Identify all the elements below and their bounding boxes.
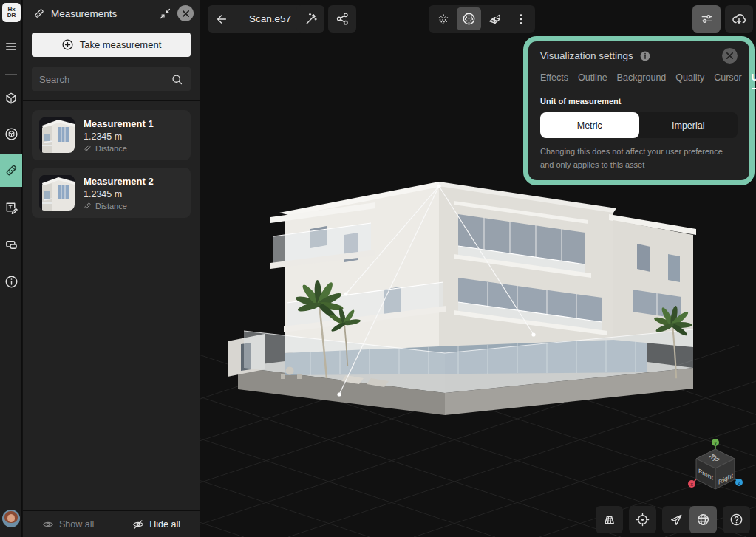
help-icon (729, 513, 743, 527)
tab-outline[interactable]: Outline (578, 72, 607, 89)
search-icon[interactable] (171, 73, 183, 86)
bottom-toolbar (596, 506, 750, 533)
cube-icon (4, 92, 18, 105)
app-window: Scan.e57 (0, 0, 756, 537)
measurement-thumbnail (39, 117, 75, 153)
view-mode-more-button[interactable] (508, 7, 533, 30)
orbit-mode-button[interactable] (689, 506, 717, 533)
sliders-icon (700, 12, 714, 26)
hxdr-logo[interactable]: Hx DR (2, 3, 21, 22)
download-button[interactable] (725, 5, 753, 33)
unit-section-label: Unit of measurement (528, 89, 749, 106)
annotate-tool-button[interactable] (0, 196, 22, 219)
tab-quality[interactable]: Quality (675, 72, 704, 89)
cube-in-circle-icon (4, 127, 18, 141)
stacked-scans-icon (4, 238, 18, 252)
take-measurement-button[interactable]: Take measurement (32, 33, 191, 57)
building-model (228, 182, 696, 415)
info-icon[interactable] (639, 50, 651, 62)
points-sphere-icon (462, 12, 476, 26)
panel-close-button[interactable] (177, 5, 194, 21)
eye-off-icon (132, 519, 144, 530)
popup-tabs: Effects Outline Background Quality Curso… (528, 64, 749, 89)
popup-title: Visualization settings (540, 50, 633, 61)
scene-title: Scan.e57 (236, 5, 304, 33)
share-icon (336, 12, 350, 26)
collapse-panel-icon[interactable] (159, 7, 171, 20)
rail-divider (5, 74, 17, 75)
view-mode-points-sphere-button[interactable] (457, 7, 481, 30)
ruler-icon (84, 202, 92, 210)
globe-icon (696, 513, 710, 527)
metric-option[interactable]: Metric (540, 112, 639, 138)
fly-mode-button[interactable] (662, 506, 689, 533)
tab-units[interactable]: Units (752, 72, 756, 89)
recenter-button[interactable] (629, 506, 656, 533)
measurement-name: Measurement 2 (84, 176, 154, 187)
panel-header: Measurements (23, 0, 200, 27)
ruler-icon (4, 163, 18, 177)
kebab-menu-icon (514, 13, 528, 26)
ruler-icon (84, 144, 92, 152)
ruler-icon (33, 7, 45, 19)
measurement-list-item[interactable]: Measurement 1 1.2345 m Distance (32, 110, 191, 160)
tab-background[interactable]: Background (617, 72, 667, 89)
measurements-panel: Measurements Take measurement (23, 0, 200, 537)
eye-icon (42, 519, 54, 530)
text-annotation-icon (4, 201, 18, 215)
unit-segmented-control: Metric Imperial (540, 112, 738, 138)
user-avatar[interactable] (2, 510, 20, 527)
help-button[interactable] (723, 506, 750, 533)
tab-cursor[interactable]: Cursor (714, 72, 742, 89)
imperial-option[interactable]: Imperial (639, 112, 738, 138)
viewport-3d[interactable]: Scan.e57 (200, 0, 756, 537)
info-panel-button[interactable] (0, 270, 22, 293)
model-context-button[interactable] (0, 123, 22, 145)
measurement-list-item[interactable]: Measurement 2 1.2345 m Distance (32, 168, 191, 218)
popup-caption: Changing this does not affect your user … (528, 138, 749, 171)
visualization-settings-button[interactable] (692, 5, 721, 33)
ground-grid-button[interactable] (596, 506, 623, 533)
visualization-settings-popup: Visualization settings Effects Outline B… (523, 36, 755, 185)
tab-effects[interactable]: Effects (540, 72, 568, 89)
measure-tool-button[interactable] (0, 154, 22, 187)
axis-z-ball[interactable]: z (735, 479, 743, 486)
measurement-type: Distance (95, 202, 127, 211)
paper-plane-icon (670, 513, 683, 527)
show-all-button[interactable]: Show all (42, 519, 94, 530)
navigation-mode-group (662, 506, 717, 533)
ground-grid-icon (602, 513, 616, 527)
svg-text:z: z (738, 480, 740, 485)
view-mode-points-button[interactable] (431, 7, 455, 30)
left-icon-rail: Hx DR (0, 0, 22, 537)
info-circle-icon (4, 275, 18, 289)
hide-all-button[interactable]: Hide all (132, 519, 180, 530)
share-button[interactable] (328, 5, 356, 33)
search-input[interactable] (39, 74, 171, 85)
back-arrow-icon (215, 13, 228, 26)
points-icon (437, 13, 450, 26)
view-cube[interactable]: Top Front Right y x z (686, 439, 748, 495)
scans-list-button[interactable] (0, 233, 22, 256)
magic-wand-button[interactable] (296, 5, 324, 33)
main-menu-button[interactable] (0, 35, 22, 58)
measurement-name: Measurement 1 (84, 118, 154, 129)
panel-footer: Show all Hide all (23, 510, 200, 537)
view-mode-mesh-button[interactable] (483, 7, 507, 30)
search-box (32, 67, 191, 91)
close-icon (182, 10, 190, 18)
target-icon (636, 513, 650, 527)
measurement-list: Measurement 1 1.2345 m Distance (23, 101, 200, 227)
axis-x-ball[interactable]: x (688, 480, 695, 488)
mesh-icon (488, 12, 502, 26)
measurement-thumbnail (39, 175, 75, 211)
cloud-download-icon (732, 12, 746, 27)
panel-title: Measurements (51, 8, 153, 19)
magic-wand-icon (304, 12, 318, 26)
plus-circle-icon (61, 38, 74, 51)
measurement-value: 1.2345 m (84, 131, 154, 142)
model-view-button[interactable] (0, 87, 22, 109)
back-button[interactable] (208, 5, 236, 33)
popup-close-button[interactable] (722, 48, 738, 64)
axis-y-ball[interactable]: y (712, 439, 719, 446)
